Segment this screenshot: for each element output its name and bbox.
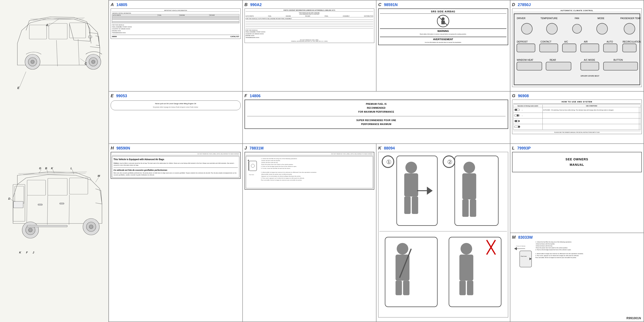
warning-text: WARNING: [380, 28, 506, 32]
svg-line-9: [56, 40, 58, 66]
svg-point-119: [461, 243, 472, 255]
svg-rect-76: [604, 62, 638, 70]
marker-J2: J: [32, 251, 34, 254]
svg-point-55: [596, 23, 607, 34]
oil-text-en: Never pull out Oil Level Gauge while fil…: [114, 102, 237, 105]
svg-point-5: [92, 60, 95, 64]
svg-rect-22: [14, 201, 23, 208]
svg-rect-0: [29, 25, 47, 39]
svg-rect-67: [604, 44, 617, 52]
svg-rect-103: [412, 196, 418, 214]
cell-letter-H: H: [111, 146, 114, 150]
svg-text:DEFROST: DEFROST: [517, 40, 528, 43]
cell-letter-G: G: [512, 93, 516, 98]
svg-rect-65: [562, 44, 576, 52]
svg-rect-74: [546, 62, 571, 70]
svg-text:BUTTON: BUTTON: [614, 58, 623, 61]
svg-rect-19: [27, 180, 46, 195]
cell-letter-C: C: [378, 2, 381, 7]
marker-K2: K: [51, 167, 54, 170]
child-seat-label: ① ②: [378, 152, 508, 318]
4wd-title: HOW TO USE 4WD SYSTEM: [513, 101, 641, 104]
cell-number-D: 27850J: [518, 2, 531, 7]
cell-number-B: 990A2: [250, 2, 262, 7]
svg-point-107: [464, 162, 475, 173]
svg-rect-108: [462, 173, 476, 200]
emission-code: 08000: [112, 36, 117, 38]
svg-line-10: [78, 39, 79, 65]
svg-rect-18: [15, 186, 24, 204]
svg-point-54: [572, 24, 582, 34]
avertissement-text: AVERTISSEMENT: [380, 37, 506, 40]
svg-rect-63: [517, 44, 535, 52]
cell-H: H 98590N DO NOT REMOVE THIS LABEL UNTIL …: [109, 144, 243, 322]
child-seat-diagram: ① ②: [379, 153, 507, 316]
svg-text:RECIRCULATION: RECIRCULATION: [622, 40, 641, 43]
svg-point-52: [521, 23, 532, 34]
cell-B: B 990A2 PARTS CONTENT INFORMATION (AMERI…: [243, 0, 377, 92]
car-diagram-bottom: G B K L M D K F J: [4, 163, 104, 256]
svg-rect-75: [581, 62, 599, 70]
cell-number-G: 96908: [518, 94, 529, 98]
svg-text:AIR: AIR: [584, 40, 588, 43]
svg-rect-35: [38, 204, 42, 205]
svg-rect-2: [70, 23, 86, 38]
4wd-label: HOW TO USE 4WD SYSTEM Operation of drivi…: [512, 100, 642, 134]
svg-line-41: [96, 177, 99, 182]
svg-rect-112: [385, 237, 438, 307]
oil-gauge-label: Never pull out Oil Level Gauge while fil…: [111, 100, 241, 110]
climate-control-label: AUTOMATIC CLIMATE CONTROL DRIVER TEMPERA…: [512, 8, 642, 87]
cell-number-H: 98590N: [116, 146, 130, 150]
svg-text:CONTACT: CONTACT: [540, 40, 552, 43]
airbag-advanced-label: DO NOT REMOVE THIS LABEL UNTIL DELIVERED…: [111, 152, 241, 179]
svg-text:MODE: MODE: [597, 17, 604, 20]
marker-G2: G: [39, 167, 41, 170]
svg-rect-34: [27, 225, 67, 227]
svg-text:TEMPERATURE: TEMPERATURE: [540, 17, 558, 20]
cell-E: E 99053 Never pull out Oil Level Gauge w…: [109, 92, 243, 144]
reference-number: R991001N: [626, 316, 641, 320]
svg-line-26: [47, 195, 48, 224]
svg-rect-106: [455, 156, 498, 226]
cell-letter-J: J: [244, 146, 247, 150]
marker-D2: D: [8, 197, 10, 200]
marker-A: A: [46, 23, 48, 27]
svg-rect-20: [48, 178, 67, 195]
fuel-line-3: FOR MAXIMUM PERFORMANCE: [247, 110, 506, 114]
4wd-note: PLEASE SEE THE OWNER'S MANUAL FOR DETAIL…: [513, 131, 641, 133]
srs-title: SRS SIDE AIRBAG: [380, 10, 506, 14]
airbag-title-fr: Ce vehicule est fote de coussins gonflab…: [114, 168, 238, 171]
emission-type: CATALYST: [230, 36, 239, 38]
svg-rect-90: [249, 161, 257, 171]
car-diagram-top: A C E: [4, 4, 104, 96]
svg-rect-109: [462, 200, 469, 217]
cell-number-E: 99053: [116, 94, 127, 98]
svg-text:②: ②: [447, 159, 452, 165]
svg-rect-121: [459, 281, 466, 295]
fuel-filler-diagram-svg: ← Front of Vehicle Push here: [512, 241, 534, 272]
cell-letter-F: F: [244, 93, 247, 98]
owners-text-1: SEE OWNERS: [515, 157, 640, 162]
cell-letter-A: A: [111, 2, 114, 7]
cell-C: C 98591N SRS SIDE AIRBAG WARNING Read sa…: [376, 0, 510, 92]
fuel-filler-warning: DO NOT REMOVE THIS LABEL UNTIL DELIVERED…: [246, 153, 373, 155]
marker-L2: L: [70, 167, 72, 170]
cell-letter-M: M: [512, 235, 516, 240]
svg-rect-122: [467, 281, 473, 295]
cell-number-M: 83033W: [518, 235, 533, 240]
fuel-line-2: RECOMMENDED: [247, 106, 506, 110]
emission-label: IMPORTANT VEHICLE INFORMATION EMISSION C…: [111, 8, 241, 39]
cell-J: J 78831M DO NOT REMOVE THIS LABEL UNTIL …: [243, 144, 377, 322]
marker-C: C: [84, 62, 87, 65]
svg-text:WINDOW HEAT: WINDOW HEAT: [517, 58, 533, 61]
svg-text:Push here: Push here: [521, 256, 527, 257]
fuel-line-6: PERFORMANCE MAXIMUM: [247, 122, 506, 126]
svg-rect-118: [449, 237, 501, 307]
svg-rect-110: [470, 200, 476, 217]
cell-F: F 14806 PREMIUM FUEL IS RECOMMENDED FOR …: [243, 92, 510, 144]
marker-M2: M: [98, 174, 100, 178]
marker-K3: K: [19, 251, 22, 254]
left-panel: A C E: [0, 0, 108, 322]
premium-fuel-label: PREMIUM FUEL IS RECOMMENDED FOR MAXIMUM …: [244, 100, 508, 129]
svg-rect-73: [517, 62, 542, 70]
